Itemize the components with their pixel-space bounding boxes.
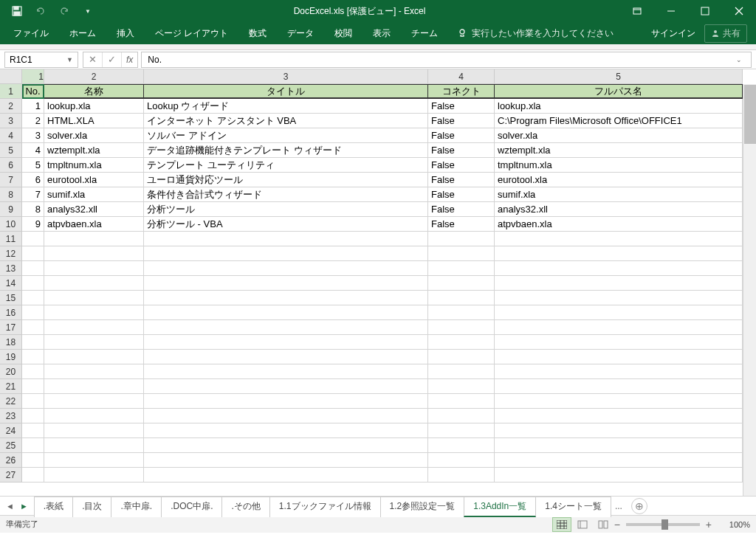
row-header[interactable]: 16: [0, 305, 21, 320]
cell[interactable]: [495, 291, 743, 305]
cell[interactable]: False: [428, 217, 495, 231]
sheet-tab[interactable]: 1.2参照設定一覧: [380, 497, 465, 517]
formula-input[interactable]: No. ⌄: [141, 52, 752, 68]
row-header[interactable]: 22: [0, 394, 21, 409]
col-header[interactable]: 3: [144, 69, 428, 83]
cell[interactable]: [495, 468, 743, 482]
normal-view-icon[interactable]: [552, 517, 571, 532]
cell[interactable]: [428, 261, 495, 275]
cell[interactable]: [144, 350, 428, 364]
row-header[interactable]: 15: [0, 291, 21, 305]
cell[interactable]: [22, 276, 44, 290]
cell[interactable]: sumif.xla: [44, 187, 144, 201]
tab-home[interactable]: ホーム: [59, 22, 106, 44]
cell[interactable]: [144, 438, 428, 452]
cell[interactable]: [428, 320, 495, 334]
cell[interactable]: eurotool.xla: [495, 173, 743, 187]
cell[interactable]: [428, 394, 495, 408]
cell[interactable]: solver.xla: [495, 128, 743, 142]
row-header[interactable]: 27: [0, 468, 21, 483]
row-header[interactable]: 3: [0, 114, 21, 128]
col-header[interactable]: 2: [44, 69, 144, 83]
cell[interactable]: False: [428, 187, 495, 201]
table-header[interactable]: コネクト: [428, 85, 495, 98]
sheet-tab[interactable]: .目次: [72, 497, 111, 517]
cell[interactable]: ソルバー アドイン: [144, 128, 428, 142]
cell[interactable]: 5: [22, 158, 44, 172]
cell[interactable]: [144, 320, 428, 334]
sheet-tab[interactable]: .DOC中扉.: [161, 497, 222, 517]
cell[interactable]: wztemplt.xla: [495, 143, 743, 157]
cell[interactable]: [495, 276, 743, 290]
cell[interactable]: テンプレート ユーティリティ: [144, 158, 428, 172]
cell[interactable]: analys32.xll: [44, 202, 144, 216]
cell[interactable]: 6: [22, 173, 44, 187]
cell[interactable]: インターネット アシスタント VBA: [144, 114, 428, 128]
cell[interactable]: 2: [22, 114, 44, 128]
row-header[interactable]: 8: [0, 187, 21, 202]
cell[interactable]: 4: [22, 143, 44, 157]
cancel-formula-icon[interactable]: ✕: [83, 52, 103, 67]
zoom-in-icon[interactable]: +: [706, 519, 712, 530]
zoom-out-icon[interactable]: −: [614, 519, 620, 530]
col-header[interactable]: 1: [22, 69, 44, 83]
row-header[interactable]: 2: [0, 99, 21, 114]
cell[interactable]: lookup.xla: [44, 99, 144, 113]
cell[interactable]: ユーロ通貨対応ツール: [144, 173, 428, 187]
close-icon[interactable]: [722, 0, 756, 22]
enter-formula-icon[interactable]: ✓: [103, 52, 122, 67]
cell[interactable]: [22, 409, 44, 423]
cell[interactable]: 1: [22, 99, 44, 113]
new-sheet-icon[interactable]: ⊕: [631, 498, 647, 514]
cell[interactable]: 7: [22, 187, 44, 201]
table-header[interactable]: 名称: [44, 85, 144, 98]
row-header[interactable]: 9: [0, 202, 21, 217]
save-icon[interactable]: [6, 1, 28, 21]
table-header[interactable]: フルパス名: [495, 85, 743, 98]
cell[interactable]: [428, 379, 495, 393]
more-sheets[interactable]: ...: [611, 501, 627, 511]
cell[interactable]: [144, 232, 428, 246]
cell[interactable]: [44, 232, 144, 246]
row-header[interactable]: 11: [0, 232, 21, 246]
cell[interactable]: [495, 350, 743, 364]
tab-data[interactable]: データ: [277, 22, 324, 44]
cell[interactable]: [44, 276, 144, 290]
cell[interactable]: [428, 438, 495, 452]
cell[interactable]: 8: [22, 202, 44, 216]
cell[interactable]: [44, 291, 144, 305]
formula-expand-icon[interactable]: ⌄: [733, 56, 745, 63]
tab-nav-prev-icon[interactable]: ◄: [6, 502, 14, 511]
cell[interactable]: [428, 364, 495, 378]
sheet-tab[interactable]: .その他: [221, 497, 269, 517]
cell[interactable]: [428, 291, 495, 305]
row-header[interactable]: 24: [0, 423, 21, 438]
cell[interactable]: [22, 350, 44, 364]
cell[interactable]: analys32.xll: [495, 202, 743, 216]
cell[interactable]: [428, 246, 495, 260]
row-header[interactable]: 7: [0, 173, 21, 187]
cell[interactable]: [428, 350, 495, 364]
signin-link[interactable]: サインイン: [651, 27, 695, 40]
cell[interactable]: [44, 305, 144, 319]
cell[interactable]: [22, 335, 44, 349]
col-header[interactable]: 4: [428, 69, 495, 83]
cell[interactable]: [495, 335, 743, 349]
row-header[interactable]: 12: [0, 246, 21, 261]
cell[interactable]: [144, 364, 428, 378]
cell[interactable]: Lookup ウィザード: [144, 99, 428, 113]
cell[interactable]: False: [428, 173, 495, 187]
cell[interactable]: [44, 261, 144, 275]
cell[interactable]: atpvbaen.xla: [44, 217, 144, 231]
cell[interactable]: [428, 453, 495, 467]
undo-icon[interactable]: [30, 1, 52, 21]
cell[interactable]: データ追跡機能付きテンプレート ウィザード: [144, 143, 428, 157]
cell[interactable]: False: [428, 143, 495, 157]
sheet-tab[interactable]: 1.3AddIn一覧: [464, 497, 536, 517]
cell[interactable]: solver.xla: [44, 128, 144, 142]
chevron-down-icon[interactable]: ▼: [66, 56, 73, 63]
cell[interactable]: [22, 423, 44, 437]
cell[interactable]: [44, 453, 144, 467]
cell[interactable]: 3: [22, 128, 44, 142]
row-header[interactable]: 5: [0, 143, 21, 158]
